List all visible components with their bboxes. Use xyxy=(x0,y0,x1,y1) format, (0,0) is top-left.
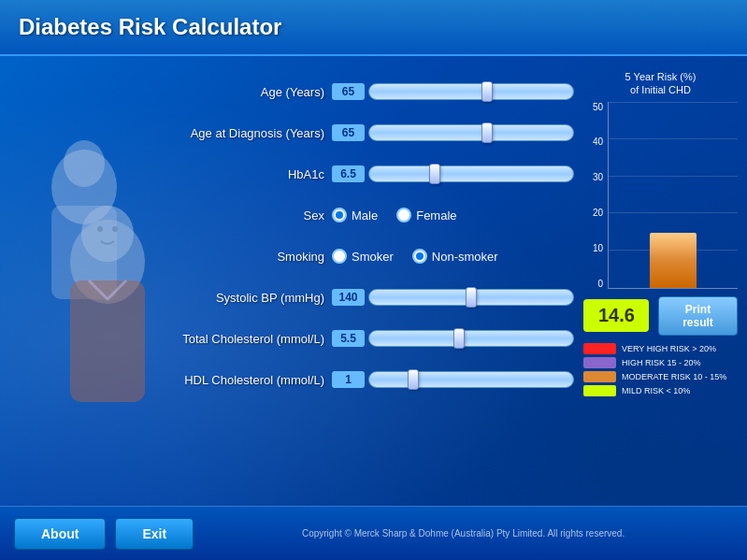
sex-male-label: Male xyxy=(352,208,378,223)
smoking-label: Smoking xyxy=(150,250,332,264)
systolic-value: 140 xyxy=(332,289,365,306)
hdl-label: HDL Cholesterol (mmol/L) xyxy=(150,373,332,387)
chart-wrapper: 50 40 30 20 10 0 xyxy=(593,102,738,289)
hdl-row: HDL Cholesterol (mmol/L) 1 xyxy=(150,363,574,396)
grid-line-50 xyxy=(609,102,738,103)
print-result-button[interactable]: Print result xyxy=(658,296,738,336)
svg-point-6 xyxy=(97,226,103,232)
cholesterol-value: 5.5 xyxy=(332,330,365,347)
age-row: Age (Years) 65 xyxy=(150,75,574,108)
cholesterol-slider[interactable] xyxy=(368,330,574,347)
legend-very-high-label: VERY HIGH RISK > 20% xyxy=(622,344,716,353)
bar-chart xyxy=(608,102,738,289)
legend-mild-label: MILD RISK < 10% xyxy=(622,386,690,395)
sex-female-radio[interactable] xyxy=(396,208,411,223)
sex-female-option[interactable]: Female xyxy=(396,208,456,223)
age-diagnosis-slider[interactable] xyxy=(368,124,574,141)
y-label-10: 10 xyxy=(593,243,603,253)
y-label-50: 50 xyxy=(593,102,603,112)
chart-title: 5 Year Risk (%) of Initial CHD xyxy=(583,70,738,97)
y-axis: 50 40 30 20 10 0 xyxy=(593,102,603,289)
result-value: 14.6 xyxy=(583,299,649,332)
about-button[interactable]: About xyxy=(14,518,106,550)
age-diagnosis-row: Age at Diagnosis (Years) 65 xyxy=(150,116,574,150)
legend-moderate-label: MODERATE RISK 10 - 15% xyxy=(622,372,726,381)
smoking-radio-group: Smoker Non-smoker xyxy=(332,249,498,264)
cholesterol-row: Total Cholesterol (mmol/L) 5.5 xyxy=(150,322,574,355)
grid-line-20 xyxy=(609,212,738,213)
grid-line-40 xyxy=(609,138,738,139)
age-diagnosis-slider-container: 65 xyxy=(332,124,574,141)
legend-very-high-color xyxy=(583,343,616,354)
cholesterol-label: Total Cholesterol (mmol/L) xyxy=(150,332,332,346)
sex-row: Sex Male Female xyxy=(150,198,574,232)
smoking-smoker-radio[interactable] xyxy=(332,249,347,264)
hdl-slider[interactable] xyxy=(368,371,574,388)
systolic-row: Systolic BP (mmHg) 140 xyxy=(150,280,574,314)
y-label-20: 20 xyxy=(593,208,603,218)
age-value: 65 xyxy=(332,83,365,100)
legend-very-high: VERY HIGH RISK > 20% xyxy=(583,343,738,354)
chart-area: 5 Year Risk (%) of Initial CHD 50 40 30 … xyxy=(574,65,738,504)
hba1c-slider[interactable] xyxy=(368,165,574,182)
age-label: Age (Years) xyxy=(150,85,332,99)
legend-high: HIGH RISK 15 - 20% xyxy=(583,357,738,368)
sex-male-option[interactable]: Male xyxy=(332,208,378,223)
systolic-slider[interactable] xyxy=(368,289,574,306)
risk-bar xyxy=(650,233,697,287)
legend-high-label: HIGH RISK 15 - 20% xyxy=(622,358,701,367)
result-area: 14.6 Print result xyxy=(583,296,738,336)
hba1c-row: HbA1c 6.5 xyxy=(150,157,574,191)
smoking-smoker-label: Smoker xyxy=(352,250,394,264)
exit-button[interactable]: Exit xyxy=(115,518,194,550)
y-label-40: 40 xyxy=(593,136,603,147)
hdl-value: 1 xyxy=(332,371,365,388)
bottom-buttons: About Exit xyxy=(14,518,194,550)
svg-point-1 xyxy=(64,140,105,187)
smoking-row: Smoking Smoker Non-smoker xyxy=(150,239,574,273)
y-label-30: 30 xyxy=(593,172,603,182)
age-slider-container: 65 xyxy=(332,83,574,100)
title-bar: Diabetes Risk Calculator xyxy=(0,0,747,56)
hba1c-label: HbA1c xyxy=(150,167,332,181)
main-content: Age (Years) 65 Age at Diagnosis (Years) … xyxy=(150,65,738,504)
grid-line-30 xyxy=(609,176,738,177)
y-label-0: 0 xyxy=(593,279,603,289)
systolic-label: Systolic BP (mmHg) xyxy=(150,291,332,305)
legend-moderate: MODERATE RISK 10 - 15% xyxy=(583,371,738,382)
systolic-slider-container: 140 xyxy=(332,289,574,306)
legend-mild: MILD RISK < 10% xyxy=(583,385,738,396)
cholesterol-slider-container: 5.5 xyxy=(332,330,574,347)
bottom-bar: About Exit Copyright © Merck Sharp & Doh… xyxy=(0,506,747,560)
form-area: Age (Years) 65 Age at Diagnosis (Years) … xyxy=(150,65,574,504)
smoking-nonsmoker-option[interactable]: Non-smoker xyxy=(412,249,498,264)
hba1c-slider-container: 6.5 xyxy=(332,165,574,182)
svg-point-4 xyxy=(81,206,134,262)
age-diagnosis-value: 65 xyxy=(332,124,365,141)
sex-male-radio[interactable] xyxy=(332,208,347,223)
hba1c-value: 6.5 xyxy=(332,165,365,182)
smoking-nonsmoker-radio[interactable] xyxy=(412,249,427,264)
legend-moderate-color xyxy=(583,371,616,382)
hdl-slider-container: 1 xyxy=(332,371,574,388)
app-title: Diabetes Risk Calculator xyxy=(19,14,281,40)
legend-area: VERY HIGH RISK > 20% HIGH RISK 15 - 20% … xyxy=(583,343,738,399)
svg-point-7 xyxy=(112,226,118,232)
sex-label: Sex xyxy=(150,208,332,223)
smoking-smoker-option[interactable]: Smoker xyxy=(332,249,394,264)
sex-radio-group: Male Female xyxy=(332,208,457,223)
age-diagnosis-label: Age at Diagnosis (Years) xyxy=(150,126,332,140)
sex-female-label: Female xyxy=(416,208,456,223)
smoking-nonsmoker-label: Non-smoker xyxy=(432,250,498,264)
legend-high-color xyxy=(583,357,616,368)
copyright-text: Copyright © Merck Sharp & Dohme (Austral… xyxy=(194,528,733,538)
legend-mild-color xyxy=(583,385,616,396)
age-slider[interactable] xyxy=(368,83,574,100)
